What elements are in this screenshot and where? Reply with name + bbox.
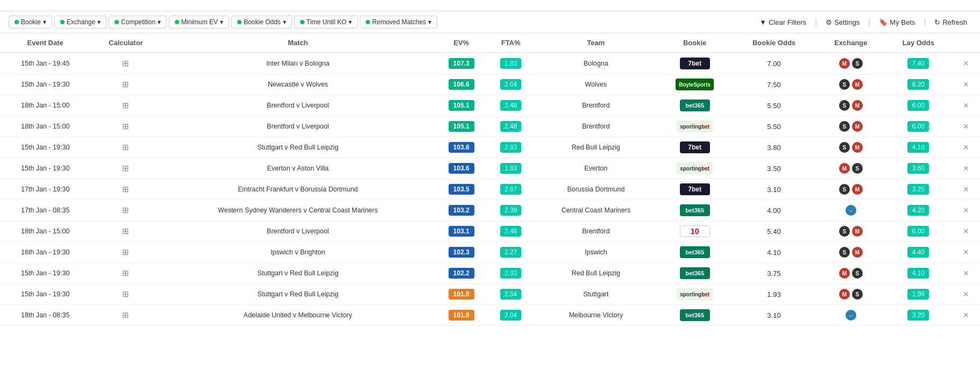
exchange2-icon[interactable]: ↔: [846, 310, 856, 321]
matchbook-icon[interactable]: M: [839, 289, 850, 300]
matchbook-icon[interactable]: M: [852, 142, 863, 153]
filter-dot-removed-matches: [366, 20, 370, 24]
remove-button[interactable]: ✕: [961, 205, 971, 216]
smarkets-icon[interactable]: S: [839, 247, 850, 258]
smarkets-icon[interactable]: S: [839, 142, 850, 153]
lay-odds-badge: 6.00: [907, 100, 929, 111]
bookie-logo-badge[interactable]: 7bet: [680, 141, 710, 153]
calculator-button[interactable]: ⊞: [90, 137, 161, 158]
calculator-icon[interactable]: ⊞: [122, 247, 129, 257]
smarkets-icon[interactable]: S: [852, 58, 863, 69]
bookie-logo-badge[interactable]: 10: [680, 225, 710, 237]
matchbook-icon[interactable]: M: [852, 79, 863, 90]
remove-cell: ✕: [951, 95, 980, 116]
bookie-logo-badge[interactable]: bet365: [680, 246, 710, 258]
calculator-button[interactable]: ⊞: [90, 284, 161, 305]
matchbook-icon[interactable]: M: [852, 247, 863, 258]
settings-button[interactable]: ⚙Settings: [821, 16, 864, 29]
filter-bookie-odds[interactable]: Bookie Odds ▾: [231, 16, 292, 29]
matchbook-icon[interactable]: M: [839, 163, 850, 174]
calculator-icon[interactable]: ⊞: [122, 59, 129, 68]
bookie-logo-badge[interactable]: bet365: [680, 99, 710, 111]
bookie-logo-badge[interactable]: BoyleSports: [676, 79, 714, 90]
remove-button[interactable]: ✕: [961, 184, 971, 195]
calculator-icon[interactable]: ⊞: [122, 205, 129, 215]
bookie-odds: 1.93: [732, 284, 816, 305]
calculator-button[interactable]: ⊞: [90, 158, 161, 179]
calculator-button[interactable]: ⊞: [90, 242, 161, 263]
remove-button[interactable]: ✕: [961, 142, 971, 153]
matchbook-icon[interactable]: M: [852, 100, 863, 111]
calculator-icon[interactable]: ⊞: [122, 268, 129, 278]
remove-button[interactable]: ✕: [961, 310, 971, 321]
calculator-icon[interactable]: ⊞: [122, 310, 129, 319]
clear-filters-button[interactable]: ▼Clear Filters: [755, 16, 811, 29]
bookie-logo-badge[interactable]: bet365: [680, 267, 710, 279]
bookie-odds: 3.80: [732, 137, 816, 158]
remove-button[interactable]: ✕: [961, 79, 971, 90]
remove-button[interactable]: ✕: [961, 289, 971, 300]
smarkets-icon[interactable]: S: [839, 79, 850, 90]
matchbook-icon[interactable]: M: [839, 58, 850, 69]
fta-badge: 2.67: [500, 184, 521, 195]
remove-cell: ✕: [951, 242, 980, 263]
calculator-button[interactable]: ⊞: [90, 263, 161, 284]
remove-button[interactable]: ✕: [961, 247, 971, 258]
smarkets-icon[interactable]: S: [839, 226, 850, 237]
team-name: Bologna: [534, 53, 658, 74]
bookie-logo-badge[interactable]: 7bet: [680, 58, 710, 69]
calculator-icon[interactable]: ⊞: [122, 226, 129, 236]
remove-button[interactable]: ✕: [961, 58, 971, 69]
calculator-icon[interactable]: ⊞: [122, 163, 129, 173]
smarkets-icon[interactable]: S: [839, 100, 850, 111]
matchbook-icon[interactable]: M: [852, 184, 863, 195]
refresh-button[interactable]: ↻Refresh: [930, 16, 971, 29]
smarkets-icon[interactable]: S: [839, 184, 850, 195]
table-row: 15th Jan - 19:30⊞Stuttgart v Red Bull Le…: [0, 137, 980, 158]
bookie-logo-badge[interactable]: sportingbet: [677, 120, 713, 132]
bookie-logo-badge[interactable]: sportingbet: [677, 162, 713, 174]
smarkets-icon[interactable]: S: [852, 163, 863, 174]
matchbook-icon[interactable]: M: [839, 268, 850, 279]
remove-button[interactable]: ✕: [961, 163, 971, 174]
filter-time-until-ko[interactable]: Time Until KO ▾: [294, 16, 358, 29]
calculator-icon[interactable]: ⊞: [122, 101, 129, 110]
smarkets-icon[interactable]: S: [852, 268, 863, 279]
calculator-icon[interactable]: ⊞: [122, 122, 129, 131]
bookie-logo-badge[interactable]: bet365: [680, 309, 710, 321]
remove-button[interactable]: ✕: [961, 121, 971, 132]
filter-bookie[interactable]: Bookie ▾: [9, 16, 52, 29]
calculator-button[interactable]: ⊞: [90, 179, 161, 200]
matchbook-icon[interactable]: M: [852, 226, 863, 237]
remove-button[interactable]: ✕: [961, 100, 971, 111]
bookie-logo-badge[interactable]: bet365: [680, 204, 710, 216]
calculator-button[interactable]: ⊞: [90, 74, 161, 95]
calculator-icon[interactable]: ⊞: [122, 80, 129, 89]
calculator-button[interactable]: ⊞: [90, 200, 161, 221]
fta-badge: 1.83: [500, 163, 521, 174]
filter-exchange[interactable]: Exchange ▾: [54, 16, 106, 29]
remove-button[interactable]: ✕: [961, 226, 971, 237]
calculator-button[interactable]: ⊞: [90, 53, 161, 74]
calculator-button[interactable]: ⊞: [90, 221, 161, 242]
calculator-button[interactable]: ⊞: [90, 305, 161, 326]
filter-competition[interactable]: Competition ▾: [109, 16, 167, 29]
calculator-icon[interactable]: ⊞: [122, 184, 129, 194]
bookie-logo-badge[interactable]: 7bet: [680, 183, 710, 195]
bookie-logo-badge[interactable]: sportingbet: [677, 288, 713, 300]
smarkets-icon[interactable]: S: [852, 289, 863, 300]
my-bets-button[interactable]: 🔖My Bets: [875, 16, 919, 29]
filter-removed-matches[interactable]: Removed Matches ▾: [360, 16, 437, 29]
fta-percent: 2.04: [488, 74, 534, 95]
calculator-button[interactable]: ⊞: [90, 95, 161, 116]
calculator-icon[interactable]: ⊞: [122, 143, 129, 152]
team-name: Melbourne Victory: [534, 305, 658, 326]
remove-button[interactable]: ✕: [961, 268, 971, 279]
matchbook-icon[interactable]: M: [852, 121, 863, 132]
smarkets-icon[interactable]: S: [839, 121, 850, 132]
exchange2-icon[interactable]: ↔: [846, 205, 856, 216]
exchange-icons: SM: [820, 247, 882, 258]
filter-minimum-ev[interactable]: Minimum EV ▾: [169, 16, 229, 29]
calculator-icon[interactable]: ⊞: [122, 289, 129, 298]
calculator-button[interactable]: ⊞: [90, 116, 161, 137]
